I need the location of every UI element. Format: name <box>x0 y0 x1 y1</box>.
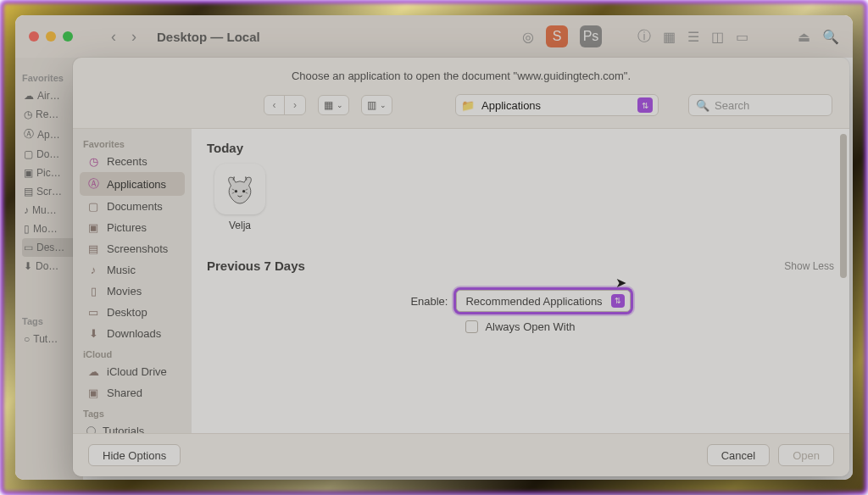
dim-overlay <box>15 15 853 480</box>
finder-window-background: ‹ › Desktop — Local ◎ S Ps ⓘ ▦ ☰ ◫ ▭ ⏏ 🔍… <box>15 15 853 480</box>
